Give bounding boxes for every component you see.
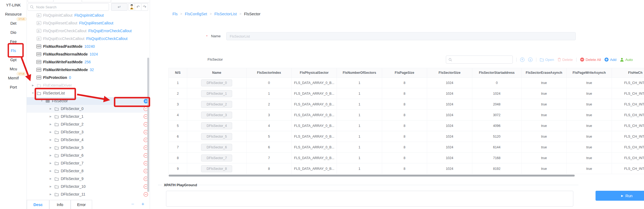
sector-name-chip[interactable]: DFlsSector_8	[201, 165, 232, 172]
sidebar-item-det[interactable]: DetSTUB	[0, 20, 27, 27]
breadcrumb-fls[interactable]: Fls	[172, 12, 178, 16]
tree-vertical-scrollbar[interactable]	[147, 58, 149, 192]
delete-all-button[interactable]: Delete All	[580, 57, 601, 62]
caret-icon[interactable]: ▶	[49, 185, 52, 188]
sidebar-item-gpt[interactable]: Gpt	[0, 56, 27, 63]
tree-item-flssectorlist[interactable]: ▼FlsSectorList	[27, 89, 150, 97]
sidebar-item-fee[interactable]: Fee	[0, 38, 27, 45]
top-tab-stub-2[interactable]	[82, 0, 111, 2]
tree-item-flsmaxwritefastmode[interactable]: ▶123FlsMaxWriteFastMode256	[27, 58, 150, 66]
sector-name-chip[interactable]: DFlsSector_1	[201, 90, 232, 97]
caret-icon[interactable]: ▶	[49, 177, 52, 180]
table-row[interactable]: 9DFlsSector_88FLS_DATA_ARRAY_0_B...18102…	[168, 163, 644, 174]
table-row[interactable]: 6DFlsSector_55FLS_DATA_ARRAY_0_B...18102…	[168, 131, 644, 142]
tree-item-dflssector_2[interactable]: ▶DFlsSector_2	[27, 120, 150, 128]
sidebar-item-fls[interactable]: Fls	[0, 47, 27, 54]
move-down-button[interactable]	[528, 57, 533, 62]
tree-item-flssector[interactable]: ▼FlsSector	[27, 97, 150, 105]
open-button[interactable]: Open	[540, 58, 554, 62]
caret-icon[interactable]: ▶	[49, 123, 52, 126]
tree-item-flsqspierrorcheckcallout[interactable]: ▶fxFlsQspiErrorCheckCalloutFlsQspiErrorC…	[27, 27, 150, 35]
enter-search-button[interactable]: ↵	[111, 3, 127, 11]
table-row[interactable]: 2DFlsSector_11FLS_DATA_ARRAY_0_B...18102…	[168, 88, 644, 99]
breadcrumb-flsconfigset[interactable]: FlsConfigSet	[185, 12, 207, 16]
table-horizontal-scrollbar[interactable]	[169, 175, 575, 177]
tree-item-dflssector_0[interactable]: ▶DFlsSector_0	[27, 105, 150, 113]
caret-icon[interactable]: ▶	[49, 138, 52, 141]
tree-item-flsexternaldriver[interactable]: ▶FlsExternalDriver	[27, 82, 150, 89]
sector-name-chip[interactable]: DFlsSector_0	[201, 79, 232, 86]
table-row[interactable]: 8DFlsSector_77FLS_DATA_ARRAY_0_B...18102…	[168, 153, 644, 163]
table-search-input[interactable]	[452, 57, 510, 62]
caret-icon[interactable]: ▶	[31, 84, 35, 87]
tree-item-dflssector_5[interactable]: ▶DFlsSector_5	[27, 144, 150, 152]
tree-item-flsqspiecccheckcallout[interactable]: ▶fxFlsQspiEccCheckCalloutFlsQspiEccCheck…	[27, 35, 150, 43]
tree-item-label: FlsQspiResetCallout	[43, 21, 77, 25]
sidebar-item-dio[interactable]: Dio	[0, 29, 27, 36]
auto-button[interactable]: Auto	[620, 58, 633, 62]
sector-name-chip[interactable]: DFlsSector_5	[201, 133, 232, 140]
table-row[interactable]: 3DFlsSector_22FLS_DATA_ARRAY_0_B...18102…	[168, 99, 644, 110]
tree-item-dflssector_3[interactable]: ▶DFlsSector_3	[27, 128, 150, 136]
caret-icon[interactable]: ▶	[49, 107, 52, 110]
xpath-input[interactable]	[166, 191, 573, 207]
tab-desc[interactable]: Desc	[27, 200, 49, 209]
add-button[interactable]: Add	[604, 57, 616, 62]
tree-item-flsqspiinitcallout[interactable]: ▶fxFlsQspiInitCalloutFlsQspiInitCallout	[27, 12, 150, 19]
tree-item-dflssector_9[interactable]: ▶DFlsSector_9	[27, 175, 150, 183]
cell: 8	[382, 78, 427, 88]
caret-icon[interactable]: ▶	[49, 131, 52, 133]
move-up-button[interactable]	[520, 57, 525, 62]
sector-name-chip[interactable]: DFlsSector_4	[201, 122, 232, 129]
zoom-in-button[interactable]: +	[141, 201, 144, 207]
caret-icon[interactable]: ▶	[49, 146, 52, 149]
breadcrumb-flssectorlist[interactable]: FlsSectorList	[214, 12, 237, 16]
sidebar-item-resource[interactable]: Resource	[0, 11, 27, 18]
caret-icon[interactable]: ▶	[49, 170, 52, 172]
tree-item-flsqspiresetcallout[interactable]: ▶fxFlsQspiResetCalloutFlsQspiResetCallou…	[27, 19, 150, 27]
top-tab-stub-1[interactable]	[28, 0, 54, 2]
tree-item-dflssector_6[interactable]: ▶DFlsSector_6	[27, 152, 150, 159]
assistant-button[interactable]	[128, 3, 135, 11]
tree-item-flsmaxwritenormalmode[interactable]: ▶123FlsMaxWriteNormalMode32	[27, 66, 150, 74]
sector-name-chip[interactable]: DFlsSector_7	[201, 155, 232, 162]
table-row[interactable]: 4DFlsSector_33FLS_DATA_ARRAY_0_B...18102…	[168, 110, 644, 120]
column-header: FlsSectorSize	[427, 68, 472, 78]
sidebar-item-port[interactable]: Port	[0, 84, 27, 91]
sector-name-chip[interactable]: DFlsSector_3	[201, 112, 232, 119]
delete-button[interactable]: Delete	[558, 58, 573, 62]
sector-name-chip[interactable]: DFlsSector_2	[201, 101, 232, 108]
tree-item-dflssector_8[interactable]: ▶DFlsSector_8	[27, 167, 150, 175]
sector-name-chip[interactable]: DFlsSector_6	[201, 144, 232, 151]
node-search-input[interactable]	[36, 5, 107, 9]
tree-item-dflssector_1[interactable]: ▶DFlsSector_1	[27, 113, 150, 120]
redo-button[interactable]: ↷	[141, 3, 148, 11]
tree-item-dflssector_11[interactable]: ▶DFlsSector_11	[27, 190, 150, 198]
table-row[interactable]: 1DFlsSector_00FLS_DATA_ARRAY_0_B...18102…	[168, 78, 644, 88]
caret-icon[interactable]: ▶	[49, 162, 52, 164]
caret-icon[interactable]: ▼	[40, 100, 44, 102]
table-row[interactable]: 7DFlsSector_66FLS_DATA_ARRAY_0_B...18102…	[168, 142, 644, 153]
tab-info[interactable]: Info	[49, 200, 71, 209]
tree-item-dflssector_4[interactable]: ▶DFlsSector_4	[27, 136, 150, 144]
caret-icon[interactable]: ▶	[49, 115, 52, 118]
caret-icon[interactable]: ▶	[49, 193, 52, 196]
tree-remove-button[interactable]	[144, 192, 148, 197]
caret-icon[interactable]: ▶	[49, 154, 52, 157]
tab-error[interactable]: Error	[71, 200, 92, 209]
tree-item-flsprotection[interactable]: ▶123FlsProtection0	[27, 74, 150, 82]
sidebar-item-yt-link[interactable]: YT-LINK	[0, 2, 27, 9]
tree-item-flsmaxreadnormalmode[interactable]: ▶123FlsMaxReadNormalMode1024	[27, 50, 150, 58]
sidebar-item-mcu[interactable]: Mcu	[0, 65, 27, 72]
run-button[interactable]: ▶ Run	[596, 191, 644, 201]
tree-item-dflssector_7[interactable]: ▶DFlsSector_7	[27, 159, 150, 167]
tree-item-flsmaxreadfastmode[interactable]: ▶123FlsMaxReadFastMode10240	[27, 43, 150, 50]
cell: 0	[247, 78, 292, 88]
table-row[interactable]: 5DFlsSector_44FLS_DATA_ARRAY_0_B...18102…	[168, 120, 644, 131]
zoom-out-button[interactable]: −	[131, 201, 134, 207]
tree-item-dflssector_10[interactable]: ▶DFlsSector_10	[27, 183, 150, 190]
undo-button[interactable]: ↶	[135, 3, 141, 11]
name-field[interactable]	[226, 32, 576, 40]
caret-icon[interactable]: ▼	[31, 92, 35, 94]
sidebar-item-memif[interactable]: MemIfSTUB	[0, 75, 27, 82]
